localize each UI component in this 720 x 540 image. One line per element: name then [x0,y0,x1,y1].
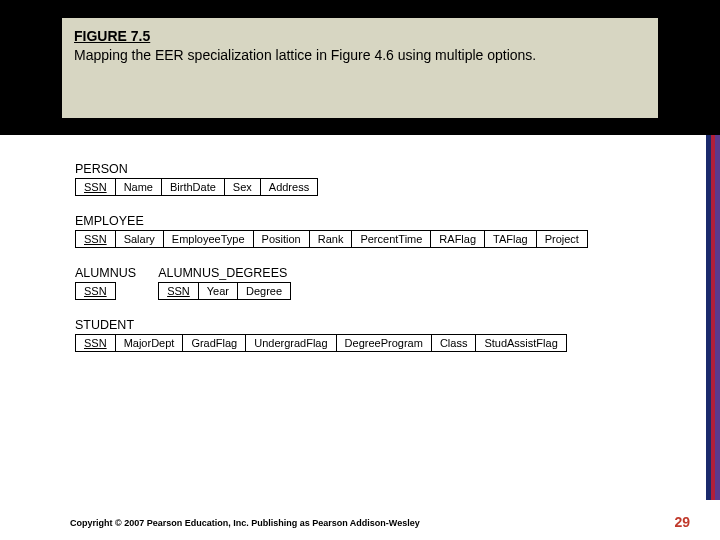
schema-cell: Rank [309,230,353,248]
schema-title: PERSON [75,162,675,176]
schema-cell: Address [260,178,318,196]
page-number: 29 [674,514,690,530]
schema-cell: UndergradFlag [245,334,336,352]
schema-title: STUDENT [75,318,675,332]
schema-content: PERSON SSN Name BirthDate Sex Address EM… [75,162,675,370]
schema-cell: Year [198,282,238,300]
schema-alumnus-line: ALUMNUS SSN ALUMNUS_DEGREES SSN Year Deg… [75,266,675,300]
figure-label: FIGURE 7.5 [74,28,646,44]
schema-cell: StudAssistFlag [475,334,566,352]
schema-cell: Position [253,230,310,248]
schema-cell: PercentTime [351,230,431,248]
schema-cell: Class [431,334,477,352]
schema-cell: BirthDate [161,178,225,196]
schema-cell: SSN [75,178,116,196]
schema-cell: GradFlag [182,334,246,352]
schema-employee: EMPLOYEE SSN Salary EmployeeType Positio… [75,214,675,248]
schema-person: PERSON SSN Name BirthDate Sex Address [75,162,675,196]
figure-heading-box: FIGURE 7.5 Mapping the EER specializatio… [62,18,658,118]
schema-row: SSN Name BirthDate Sex Address [75,178,675,196]
schema-cell: MajorDept [115,334,184,352]
figure-caption: Mapping the EER specialization lattice i… [74,46,646,65]
header-band: FIGURE 7.5 Mapping the EER specializatio… [0,0,720,135]
schema-cell: Degree [237,282,291,300]
schema-cell: SSN [158,282,199,300]
schema-title: ALUMNUS_DEGREES [158,266,291,280]
schema-row: SSN Year Degree [158,282,291,300]
schema-cell: SSN [75,282,116,300]
schema-cell: RAFlag [430,230,485,248]
schema-cell: TAFlag [484,230,537,248]
side-stripe [706,135,720,500]
copyright-footer: Copyright © 2007 Pearson Education, Inc.… [70,518,420,528]
schema-alumnus: ALUMNUS SSN [75,266,136,300]
schema-student: STUDENT SSN MajorDept GradFlag Undergrad… [75,318,675,352]
schema-cell: Name [115,178,162,196]
schema-cell: Salary [115,230,164,248]
schema-cell: SSN [75,334,116,352]
schema-row: SSN Salary EmployeeType Position Rank Pe… [75,230,675,248]
schema-cell: EmployeeType [163,230,254,248]
schema-cell: DegreeProgram [336,334,432,352]
schema-cell: Project [536,230,588,248]
schema-title: EMPLOYEE [75,214,675,228]
schema-alumnus-degrees: ALUMNUS_DEGREES SSN Year Degree [158,266,291,300]
schema-cell: SSN [75,230,116,248]
schema-row: SSN MajorDept GradFlag UndergradFlag Deg… [75,334,675,352]
schema-cell: Sex [224,178,261,196]
schema-title: ALUMNUS [75,266,136,280]
schema-row: SSN [75,282,136,300]
